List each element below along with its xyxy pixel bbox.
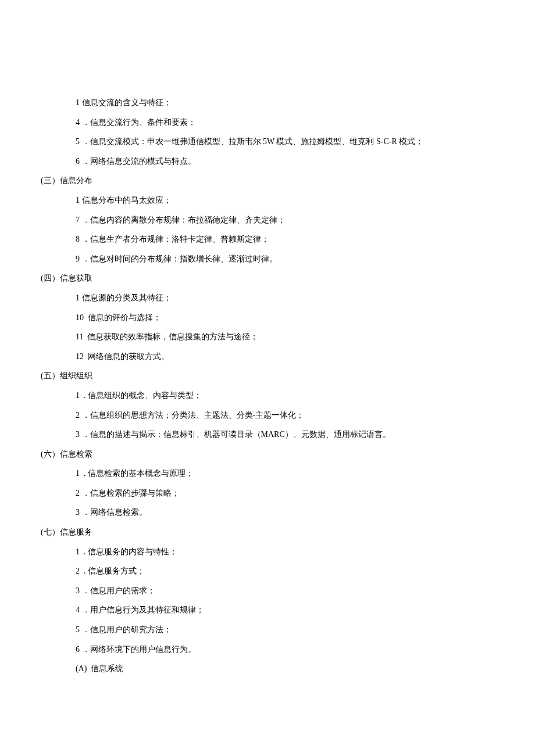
text-line: 1 信息源的分类及其特征； [41,288,494,308]
text-line: 1 信息分布中的马太效应； [41,191,494,210]
text-line: (七）信息服务 [41,522,494,542]
text-line: 1 . 信息服务的内容与特性； [41,542,494,562]
text-line: 4 ．用户信息行为及其特征和规律； [41,600,494,620]
text-line: 3 ．网络信息检索。 [41,503,494,522]
text-line: 11 信息获取的效率指标，信息搜集的方法与途径； [41,327,494,347]
text-line: (六）信息检索 [41,445,494,464]
text-line: 2 . 信息服务方式； [41,561,494,581]
text-line: 6 ．网络环境下的用户信息行为。 [41,640,494,660]
text-line: 12 网络信息的获取方式。 [41,347,494,367]
text-line: 5 ．信息交流模式：申农一维弗通信模型、拉斯韦尔 5W 模式、施拉姆模型、维克利… [41,132,494,152]
document-page: 1 信息交流的含义与特征；4 ．信息交流行为、条件和要素：5 ．信息交流模式：申… [0,0,535,737]
text-line: 8 ．信息生产者分布规律：洛特卡定律、普赖斯定律； [41,230,494,249]
text-line: 2 ．信息组织的思想方法；分类法、主题法、分类-主题一体化； [41,406,494,425]
text-line: 3 ．信息的描述与揭示：信息标引、机器可读目录（MARC）、元数据、通用标记语言… [41,425,494,445]
text-line: 4 ．信息交流行为、条件和要素： [41,113,494,132]
text-line: 7 ．信息内容的离散分布规律：布拉福德定律、齐夫定律； [41,210,494,230]
text-line: 9 ．信息对时间的分布规律：指数增长律、逐渐过时律。 [41,249,494,269]
text-line: 6 ．网络信息交流的模式与特点。 [41,152,494,171]
text-line: 10 信息的评价与选择； [41,308,494,328]
text-line: (三）信息分布 [41,171,494,191]
text-line: 1 . 信息组织的概念、内容与类型； [41,386,494,406]
text-line: (A) 信息系统 [41,659,494,679]
text-line: 2 ．信息检索的步骤与策略； [41,483,494,503]
text-line: 1 . 信息检索的基本概念与原理； [41,464,494,483]
text-line: 5 ．信息用户的研究方法； [41,620,494,640]
text-line: 1 信息交流的含义与特征； [41,93,494,113]
text-line: (五）组织组织 [41,366,494,386]
text-line: 3 ．信息用户的需求； [41,581,494,601]
text-line: (四）信息获取 [41,268,494,288]
